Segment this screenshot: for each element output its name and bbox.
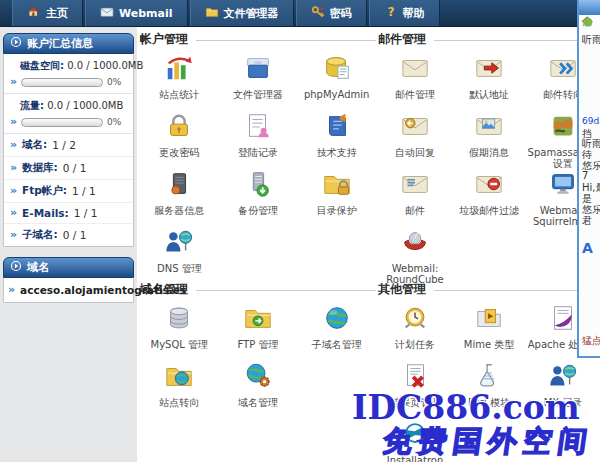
stat-value: 1 / 1 bbox=[72, 185, 96, 197]
stat-value: 1 / 1 bbox=[74, 207, 98, 219]
chevron-bullet-icon: » bbox=[10, 163, 17, 173]
chat-overlay-panel[interactable]: 听雨69da挡听雨待悠乐7Hi,最是悠乐君A猛点 bbox=[577, 0, 600, 358]
globe-gear-icon bbox=[243, 361, 273, 395]
nav-item-label: 文件管理器 bbox=[224, 6, 279, 21]
folder-lock-icon bbox=[322, 169, 352, 203]
app-shortcut-globe[interactable]: 子域名管理 bbox=[297, 300, 376, 358]
chevron-bullet-icon: » bbox=[10, 140, 17, 150]
summary-stat-row: »子域名:0 / 1 bbox=[4, 224, 133, 246]
app-shortcut-person-globe[interactable]: DNS 管理 bbox=[140, 224, 219, 282]
progress-percent: 0% bbox=[107, 117, 121, 127]
stat-label: 数据库: bbox=[22, 161, 58, 175]
database-icon bbox=[164, 303, 194, 337]
error-page-icon bbox=[400, 361, 430, 395]
summary-stat-row: »域名:1 / 2 bbox=[4, 134, 133, 157]
section-domain: 域名管理MySQL 管理FTP 管理子域名管理站点转向域名管理 bbox=[140, 282, 376, 416]
envelope-block-icon bbox=[474, 169, 504, 203]
app-shortcut-label: 自动回复 bbox=[395, 147, 435, 158]
app-shortcut-label: 技术支持 bbox=[317, 147, 357, 158]
person-globe-icon bbox=[548, 361, 578, 395]
nav-item-label: 密码 bbox=[330, 6, 352, 21]
question-icon: ? bbox=[384, 5, 398, 22]
app-shortcut-ftp-folder[interactable]: FTP 管理 bbox=[219, 300, 298, 358]
nav-item-folder[interactable]: 文件管理器 bbox=[190, 0, 294, 26]
domain-list-item[interactable]: »acceso.alojamientogratis.es bbox=[4, 278, 133, 302]
phpmyadmin-icon bbox=[322, 53, 352, 87]
app-shortcut-person-globe[interactable]: MX 记录 bbox=[526, 358, 600, 416]
nav-item-key[interactable]: 密码 bbox=[296, 0, 367, 26]
filebox-icon bbox=[243, 53, 273, 87]
app-shortcut-label: 假期消息 bbox=[469, 147, 509, 158]
resource-meter: 磁盘空间: 0.0 / 1000.0MB»0% bbox=[4, 54, 133, 94]
envelope-lines-icon bbox=[400, 169, 430, 203]
app-shortcut-label: 站点统计 bbox=[159, 89, 199, 100]
app-shortcut-label: 邮件管理 bbox=[395, 89, 435, 100]
app-shortcut-mime[interactable]: Mime 类型 bbox=[452, 300, 526, 358]
summary-stat-row: »E-Mails:1 / 1 bbox=[4, 203, 133, 224]
clock-icon bbox=[400, 303, 430, 337]
nav-item-envelope[interactable]: Webmail bbox=[85, 0, 188, 26]
envelope-icon bbox=[100, 5, 114, 22]
app-shortcut-records[interactable]: 登陆记录 bbox=[219, 108, 298, 166]
app-shortcut-clock[interactable]: 计划任务 bbox=[378, 300, 452, 358]
app-shortcut-support-book[interactable]: 技术支持 bbox=[297, 108, 376, 166]
top-navigation-bar: 主页Webmail文件管理器密码?帮助 bbox=[0, 0, 600, 27]
support-book-icon bbox=[322, 111, 352, 145]
app-shortcut-globe-gear[interactable]: 域名管理 bbox=[219, 358, 298, 416]
app-shortcut-label: 登陆记录 bbox=[238, 147, 278, 158]
chevron-bullet-icon: » bbox=[10, 208, 17, 218]
app-shortcut-phpmyadmin[interactable]: phpMyAdmin bbox=[297, 50, 376, 108]
section-title: 帐户管理 bbox=[140, 31, 188, 48]
app-shortcut-folder-lock[interactable]: 目录保护 bbox=[297, 166, 376, 224]
app-shortcut-roundcube[interactable]: Webmail: RoundCube bbox=[378, 224, 452, 282]
section-title: 其他管理 bbox=[378, 281, 426, 298]
server-icon bbox=[164, 169, 194, 203]
app-shortcut-envelope-block[interactable]: 垃圾邮件过滤 bbox=[452, 166, 526, 224]
app-shortcut-envelope-reply[interactable]: 自动回复 bbox=[378, 108, 452, 166]
app-shortcut-filebox[interactable]: 文件管理器 bbox=[219, 50, 298, 108]
envelope-reply-icon bbox=[400, 111, 430, 145]
arrow-circle-icon bbox=[10, 36, 22, 51]
app-shortcut-stats[interactable]: 站点统计 bbox=[140, 50, 219, 108]
chat-overlay-titlebar[interactable] bbox=[579, 0, 600, 15]
section-divider bbox=[196, 290, 376, 291]
sidebar: 账户汇总信息 磁盘空间: 0.0 / 1000.0MB»0%流量: 0.0 / … bbox=[3, 33, 134, 313]
app-shortcut-envelope-photo[interactable]: 假期消息 bbox=[452, 108, 526, 166]
envelope-arrow-red-icon bbox=[474, 53, 504, 87]
progress-bar bbox=[21, 118, 103, 127]
ftp-folder-icon bbox=[243, 303, 273, 337]
meter-label: 磁盘空间: bbox=[20, 60, 64, 71]
app-shortcut-flask[interactable]: Perl 模块 bbox=[452, 358, 526, 416]
app-shortcut-lock[interactable]: 更改密码 bbox=[140, 108, 219, 166]
domains-header: 域名 bbox=[3, 257, 134, 278]
envelope-photo-icon bbox=[474, 111, 504, 145]
stat-label: E-Mails: bbox=[22, 207, 69, 219]
app-shortcut-label: 域名管理 bbox=[238, 397, 278, 408]
globe-icon bbox=[322, 303, 352, 337]
app-shortcut-installatron[interactable]: Installatron Applications Installer bbox=[378, 416, 452, 462]
progress-percent: 0% bbox=[107, 77, 121, 87]
app-shortcut-folder-globe[interactable]: 站点转向 bbox=[140, 358, 219, 416]
lock-icon bbox=[164, 111, 194, 145]
nav-item-home[interactable]: 主页 bbox=[12, 0, 83, 26]
app-shortcut-envelope-lines[interactable]: 邮件 bbox=[378, 166, 452, 224]
meter-value: 0.0 / 1000.0MB bbox=[47, 100, 123, 111]
monitor-icon bbox=[548, 169, 578, 203]
app-shortcut-database[interactable]: MySQL 管理 bbox=[140, 300, 219, 358]
backup-icon bbox=[243, 169, 273, 203]
app-shortcut-backup[interactable]: 备份管理 bbox=[219, 166, 298, 224]
arrow-circle-icon bbox=[10, 260, 22, 275]
chevron-bullet-icon: » bbox=[8, 285, 15, 295]
nav-item-question[interactable]: ?帮助 bbox=[369, 0, 440, 26]
app-shortcut-label: DNS 管理 bbox=[157, 263, 202, 274]
stats-icon bbox=[164, 53, 194, 87]
app-shortcut-error-page[interactable]: 错误页管理 bbox=[378, 358, 452, 416]
app-shortcut-server[interactable]: 服务器信息 bbox=[140, 166, 219, 224]
app-shortcut-envelope-plain[interactable]: 邮件管理 bbox=[378, 50, 452, 108]
app-shortcut-envelope-arrow-red[interactable]: 默认地址 bbox=[452, 50, 526, 108]
app-shortcut-label: 更改密码 bbox=[159, 147, 199, 158]
app-shortcut-label: 站点转向 bbox=[159, 397, 199, 408]
chat-text-fragment: 听雨 bbox=[582, 33, 600, 47]
nav-item-label: 主页 bbox=[46, 6, 68, 21]
chevron-bullet-icon: » bbox=[10, 186, 17, 196]
